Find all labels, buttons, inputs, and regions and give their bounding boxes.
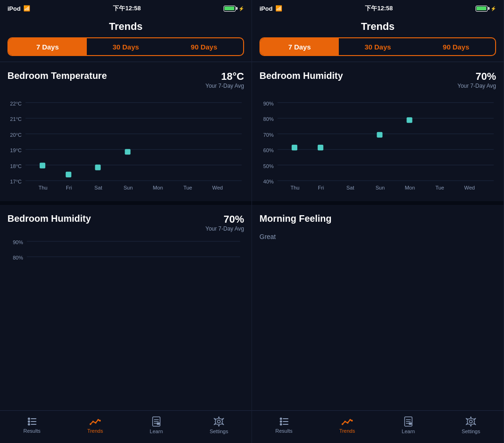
svg-rect-44 [157, 422, 160, 425]
nav-learn-right[interactable]: Learn [402, 416, 415, 434]
battery-icon-right [476, 6, 488, 12]
svg-text:Fri: Fri [66, 185, 72, 190]
chart-hum-subtitle-right: Your 7-Day Avg [457, 83, 496, 89]
svg-point-76 [344, 421, 346, 422]
segment-control-right[interactable]: 7 Days 30 Days 90 Days [259, 37, 496, 56]
svg-point-33 [28, 423, 30, 425]
svg-point-31 [28, 420, 30, 422]
svg-rect-66 [318, 145, 323, 150]
nav-results-left[interactable]: Results [23, 417, 41, 434]
svg-point-37 [95, 422, 97, 423]
chart-morning-great-label: Great [259, 233, 276, 240]
svg-text:Thu: Thu [290, 185, 299, 190]
nav-learn-label-right: Learn [402, 429, 415, 434]
chart-hum-value-group-left: 70% Your 7-Day Avg [205, 213, 244, 232]
svg-text:Sat: Sat [346, 185, 355, 190]
svg-rect-74 [283, 424, 288, 425]
chart-temp-value-group-left: 18°C Your 7-Day Avg [205, 70, 244, 89]
svg-text:50%: 50% [263, 163, 273, 169]
svg-text:Tue: Tue [435, 185, 444, 190]
svg-text:Mon: Mon [153, 185, 163, 190]
svg-point-38 [97, 419, 99, 421]
lightning-icon-left: ⚡ [238, 6, 244, 11]
results-icon-right [279, 417, 289, 426]
learn-icon-left [152, 416, 161, 427]
nav-results-right[interactable]: Results [275, 417, 293, 434]
chart-hum-header-left: Bedroom Humidity 70% Your 7-Day Avg [7, 213, 244, 232]
svg-point-29 [28, 417, 30, 420]
svg-rect-20 [66, 172, 71, 177]
segment-30days-left[interactable]: 30 Days [87, 38, 165, 55]
status-left-left: iPod 📶 [7, 5, 30, 12]
chart-hum-area-right: 90% 80% 70% 60% 50% 40% Thu Fri [259, 93, 496, 196]
segment-30days-right[interactable]: 30 Days [339, 38, 417, 55]
panel-left: iPod 📶 下午12:58 ⚡ Trends 7 Days 30 Days 9… [0, 0, 252, 443]
chart-hum-value-left: 70% [205, 213, 244, 225]
app-title-right: Trends [361, 21, 394, 32]
segment-7days-left[interactable]: 7 Days [8, 38, 87, 55]
chart-temp-title-left: Bedroom Temperature [7, 70, 107, 81]
svg-text:Wed: Wed [212, 185, 223, 190]
svg-text:21°C: 21°C [10, 116, 22, 122]
device-name-right: iPod [259, 5, 273, 12]
bottom-nav-left: Results Trends Learn [0, 410, 252, 443]
svg-rect-32 [31, 421, 36, 422]
svg-text:19°C: 19°C [10, 148, 22, 153]
chart-temp-header-left: Bedroom Temperature 18°C Your 7-Day Avg [7, 70, 244, 89]
chart-morning-title-right: Morning Feeling [259, 213, 331, 224]
svg-point-75 [342, 423, 343, 425]
status-time-right: 下午12:58 [365, 4, 392, 13]
nav-trends-label-right: Trends [339, 428, 355, 434]
segment-control-left[interactable]: 7 Days 30 Days 90 Days [7, 37, 244, 56]
svg-rect-67 [377, 132, 382, 138]
svg-text:Thu: Thu [38, 185, 47, 190]
chart-hum-svg-right: 90% 80% 70% 60% 50% 40% Thu Fri [259, 93, 496, 196]
svg-text:17°C: 17°C [10, 179, 22, 184]
svg-point-71 [280, 420, 282, 422]
app-header-right: Trends [252, 17, 504, 37]
nav-settings-right[interactable]: Settings [462, 416, 480, 434]
wifi-icon-left: 📶 [23, 5, 30, 12]
svg-point-85 [469, 420, 472, 423]
nav-trends-left[interactable]: Trends [87, 417, 103, 434]
svg-rect-70 [283, 418, 288, 419]
trends-icon-left [90, 417, 101, 426]
svg-text:Wed: Wed [464, 185, 475, 190]
svg-point-73 [280, 423, 282, 425]
svg-point-36 [92, 421, 94, 422]
status-right-right: ⚡ [476, 6, 496, 12]
svg-text:22°C: 22°C [10, 101, 22, 106]
svg-point-35 [90, 423, 91, 425]
nav-learn-left[interactable]: Learn [150, 416, 163, 434]
svg-rect-22 [125, 149, 130, 155]
card-sep1-left [0, 201, 252, 205]
svg-text:Sat: Sat [94, 185, 103, 190]
chart-hum-value-group-right: 70% Your 7-Day Avg [457, 70, 496, 89]
segment-90days-right[interactable]: 90 Days [417, 38, 495, 55]
nav-trends-right[interactable]: Trends [339, 417, 355, 434]
chart-hum-header-right: Bedroom Humidity 70% Your 7-Day Avg [259, 70, 496, 89]
segment-7days-right[interactable]: 7 Days [260, 38, 339, 55]
chart-morning-right: Morning Feeling Great [252, 205, 504, 246]
chart-hum-svg-left: 90% 80% [7, 236, 244, 278]
chart-temp-subtitle-left: Your 7-Day Avg [205, 83, 244, 89]
svg-point-69 [280, 417, 282, 420]
svg-rect-72 [283, 421, 288, 422]
trends-icon-right [342, 417, 353, 426]
svg-point-79 [351, 420, 353, 422]
svg-rect-65 [292, 145, 297, 150]
content-area-right: Bedroom Humidity 70% Your 7-Day Avg 90% … [252, 62, 504, 410]
bottom-nav-right: Results Trends Learn [252, 410, 504, 443]
segment-90days-left[interactable]: 90 Days [165, 38, 243, 55]
settings-icon-left [214, 416, 224, 427]
svg-rect-21 [95, 165, 101, 170]
chart-humidity-right: Bedroom Humidity 70% Your 7-Day Avg 90% … [252, 62, 504, 201]
chart-hum-title-right: Bedroom Humidity [259, 70, 343, 81]
battery-icon-left [224, 6, 236, 12]
nav-learn-label-left: Learn [150, 429, 163, 434]
svg-point-78 [349, 419, 351, 421]
svg-rect-68 [406, 117, 412, 123]
status-left-right: iPod 📶 [259, 5, 282, 12]
nav-settings-left[interactable]: Settings [210, 416, 228, 434]
wifi-icon-right: 📶 [275, 5, 282, 12]
